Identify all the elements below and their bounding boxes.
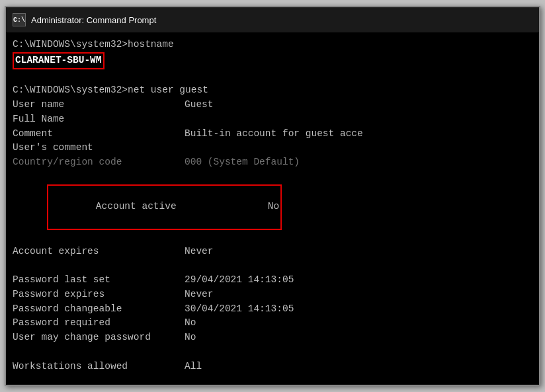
userscomment-label: User's comment xyxy=(13,141,185,155)
row-passwordrequired: Password requiredNo xyxy=(13,316,532,331)
comment-label: Comment xyxy=(13,127,185,141)
row-workstations: Workstations allowedAll xyxy=(13,360,532,374)
account-active-wrapper: Account activeNo xyxy=(47,184,282,230)
title-bar: C:\ Administrator: Command Prompt xyxy=(6,7,539,32)
passwordrequired-label: Password required xyxy=(13,316,185,331)
accountexpires-label: Account expires xyxy=(13,245,185,259)
hostname-line: CLARANET-SBU-WM xyxy=(13,52,532,69)
row-comment: CommentBuilt-in account for guest acce xyxy=(13,127,532,141)
row-passwordlastset: Password last set29/04/2021 14:13:05 xyxy=(13,273,532,288)
passwordlastset-label: Password last set xyxy=(13,273,185,288)
cmd-window: C:\ Administrator: Command Prompt C:\WIN… xyxy=(5,6,540,386)
passwordchangeable-value: 30/04/2021 14:13:05 xyxy=(185,302,294,317)
row-passwordexpires: Password expiresNever xyxy=(13,288,532,302)
terminal-content[interactable]: C:\WINDOWS\system32>hostname CLARANET-SB… xyxy=(6,32,539,385)
usermaychange-label: User may change password xyxy=(13,331,185,345)
countrycode-label: Country/region code xyxy=(13,155,185,170)
accountexpires-value: Never xyxy=(185,245,214,259)
workstations-label: Workstations allowed xyxy=(13,360,185,374)
row-countrycode: Country/region code000 (System Default) xyxy=(13,155,532,170)
passwordchangeable-label: Password changeable xyxy=(13,302,185,317)
row-fullname: Full Name xyxy=(13,112,532,127)
passwordlastset-value: 29/04/2021 14:13:05 xyxy=(185,273,294,288)
fullname-label: Full Name xyxy=(13,112,185,127)
row-accountexpires: Account expiresNever xyxy=(13,245,532,259)
accountactive-value: No xyxy=(268,200,279,214)
row-usermaychange: User may change passwordNo xyxy=(13,331,532,345)
hostname-value: CLARANET-SBU-WM xyxy=(13,52,105,69)
cmd-icon: C:\ xyxy=(13,13,26,26)
workstations-value: All xyxy=(185,360,202,374)
passwordexpires-value: Never xyxy=(185,288,214,302)
row-username: User nameGuest xyxy=(13,98,532,112)
row-userscomment: User's comment xyxy=(13,141,532,155)
comment-value: Built-in account for guest acce xyxy=(185,127,363,141)
username-label: User name xyxy=(13,98,185,112)
accountactive-label: Account active xyxy=(96,200,268,214)
passwordrequired-value: No xyxy=(185,316,196,331)
passwordexpires-label: Password expires xyxy=(13,288,185,302)
window-title: Administrator: Command Prompt xyxy=(31,15,156,25)
blank3 xyxy=(13,345,532,360)
row-passwordchangeable: Password changeable30/04/2021 14:13:05 xyxy=(13,302,532,317)
username-value: Guest xyxy=(185,98,214,112)
blank2 xyxy=(13,258,532,273)
cmd-line2: C:\WINDOWS\system32>net user guest xyxy=(13,83,532,98)
usermaychange-value: No xyxy=(185,331,196,345)
cmd-line1: C:\WINDOWS\system32>hostname xyxy=(13,38,532,52)
blank1 xyxy=(13,69,532,84)
row-accountactive: Account activeNo xyxy=(13,170,532,245)
countrycode-value: 000 (System Default) xyxy=(185,155,300,170)
